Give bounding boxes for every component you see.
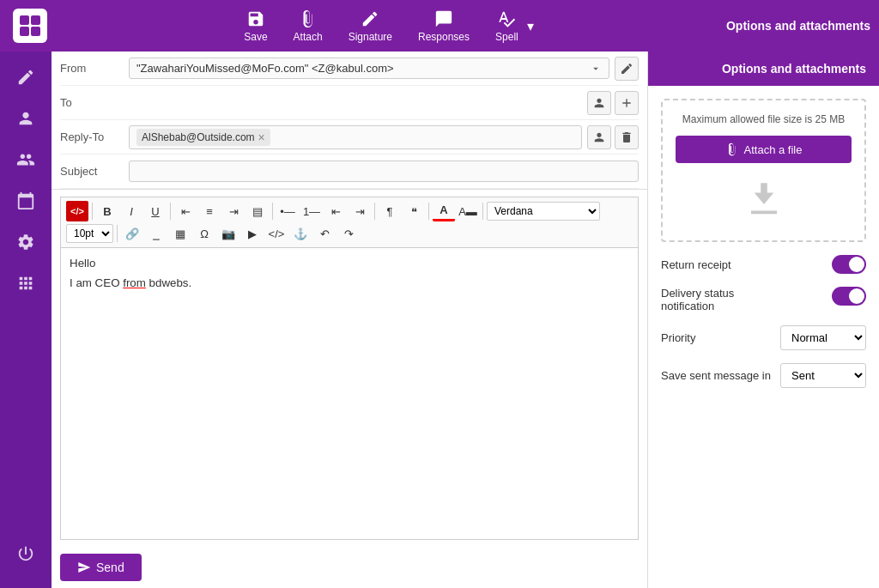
spell-button[interactable]: Spell: [495, 9, 518, 43]
editor-body[interactable]: Hello I am CEO from bdwebs.: [60, 247, 639, 540]
to-input[interactable]: [129, 96, 587, 109]
attach-button[interactable]: Attach: [294, 9, 323, 43]
save-sent-row: Save sent message in Sent Drafts Inbox: [661, 363, 866, 388]
para-btn[interactable]: ¶: [379, 201, 401, 221]
return-receipt-label: Return receipt: [661, 258, 832, 271]
source-btn[interactable]: </>: [66, 201, 88, 221]
from-row: From "ZawahariYouMissed@MoFo.com" <Z@kab…: [60, 52, 639, 86]
font-size-select[interactable]: 10pt 12pt 14pt: [66, 224, 113, 243]
from-value: "ZawahariYouMissed@MoFo.com" <Z@kabul.co…: [136, 62, 590, 75]
save-sent-label: Save sent message in: [661, 369, 780, 382]
to-row: To: [60, 86, 639, 120]
return-receipt-toggle[interactable]: [832, 255, 866, 274]
body-line2: I am CEO from bdwebs.: [70, 276, 629, 289]
form-fields: From "ZawahariYouMissed@MoFo.com" <Z@kab…: [52, 52, 647, 190]
code-btn[interactable]: </>: [265, 223, 288, 244]
media-btn[interactable]: ▶: [241, 223, 264, 244]
align-justify-btn[interactable]: ▤: [246, 201, 269, 221]
bold-btn[interactable]: B: [96, 201, 118, 221]
replyto-row: Reply-To AlShebab@Outside.com ×: [60, 120, 639, 155]
image-btn[interactable]: 📷: [217, 223, 239, 244]
svg-rect-0: [20, 15, 29, 25]
sep4: [374, 203, 375, 220]
sep1: [92, 203, 93, 220]
anchor-btn[interactable]: ⚓: [289, 223, 312, 244]
attach-file-button[interactable]: Attach a file: [676, 136, 852, 163]
sidebar-item-power[interactable]: [9, 536, 43, 571]
send-button[interactable]: Send: [60, 554, 142, 581]
to-addressbook-btn[interactable]: [587, 91, 611, 115]
sidebar-item-calendar[interactable]: [9, 184, 43, 218]
options-title: Options and attachments: [726, 19, 870, 33]
undo-btn[interactable]: ↶: [313, 223, 336, 244]
list-ul-btn[interactable]: •—: [276, 201, 299, 221]
sep7: [117, 225, 118, 242]
special-char-btn[interactable]: Ω: [193, 223, 215, 244]
replyto-delete-btn[interactable]: [615, 125, 639, 149]
right-panel-header: Options and attachments: [648, 52, 879, 86]
responses-button[interactable]: Responses: [418, 9, 470, 43]
download-icon: [738, 173, 790, 227]
align-left-btn[interactable]: ⇤: [174, 201, 197, 221]
from-edit-btn[interactable]: [615, 57, 639, 81]
sep3: [272, 203, 273, 220]
sidebar-item-contacts[interactable]: [9, 101, 43, 136]
outdent-btn[interactable]: ⇤: [324, 201, 347, 221]
sidebar-item-grid[interactable]: [9, 266, 43, 300]
toolbar-actions: Save Attach Signature Responses Spell ▾: [52, 9, 726, 43]
svg-rect-2: [20, 27, 29, 36]
svg-rect-3: [31, 27, 40, 36]
blockquote-btn[interactable]: ❝: [403, 201, 425, 221]
sep5: [428, 203, 429, 220]
subject-row: Subject: [60, 155, 639, 189]
align-right-btn[interactable]: ⇥: [222, 201, 245, 221]
replyto-remove-btn[interactable]: ×: [258, 130, 265, 144]
to-add-btn[interactable]: [615, 91, 639, 115]
delivery-label: Delivery status notification: [661, 287, 832, 312]
to-label: To: [60, 96, 129, 109]
indent-btn[interactable]: ⇥: [349, 201, 371, 221]
sep6: [482, 203, 483, 220]
priority-label: Priority: [661, 331, 780, 344]
logo-area: [9, 9, 52, 43]
sidebar-item-people[interactable]: [9, 142, 43, 177]
sidebar-item-settings[interactable]: [9, 225, 43, 259]
priority-select[interactable]: Normal High Low: [780, 325, 866, 350]
delivery-status-toggle[interactable]: [832, 287, 866, 306]
replyto-addressbook-btn[interactable]: [587, 125, 611, 149]
unlink-btn[interactable]: ⎯: [145, 223, 167, 244]
editor-toolbar: </> B I U ⇤ ≡ ⇥ ▤ •— 1— ⇤ ⇥ ¶ ❝ A A▬ Ver…: [60, 197, 639, 247]
right-panel: Options and attachments Maximum allowed …: [647, 52, 879, 588]
bg-color-btn[interactable]: A▬: [457, 201, 479, 221]
font-family-select[interactable]: Verdana Arial Times New Roman: [487, 202, 600, 221]
left-sidebar: [0, 52, 52, 588]
replyto-chip: AlShebab@Outside.com ×: [136, 129, 270, 146]
replyto-input[interactable]: [276, 130, 574, 143]
sidebar-item-compose[interactable]: [9, 60, 43, 94]
body-line1: Hello: [70, 257, 629, 270]
send-bar: Send: [52, 547, 647, 588]
more-button[interactable]: ▾: [527, 18, 534, 34]
sep2: [170, 203, 171, 220]
save-button[interactable]: Save: [244, 9, 267, 43]
font-color-btn[interactable]: A: [433, 201, 455, 221]
file-upload-area: Maximum allowed file size is 25 MB Attac…: [661, 99, 866, 242]
table-btn[interactable]: ▦: [169, 223, 191, 244]
delivery-status-row: Delivery status notification: [661, 287, 866, 312]
from-label: From: [60, 62, 129, 75]
underline-btn[interactable]: U: [144, 201, 167, 221]
align-center-btn[interactable]: ≡: [198, 201, 221, 221]
compose-area: From "ZawahariYouMissed@MoFo.com" <Z@kab…: [52, 52, 647, 588]
svg-rect-1: [31, 15, 40, 25]
save-location-select[interactable]: Sent Drafts Inbox: [780, 363, 866, 388]
return-receipt-row: Return receipt: [661, 255, 866, 274]
link-btn[interactable]: 🔗: [121, 223, 143, 244]
list-ol-btn[interactable]: 1—: [300, 201, 323, 221]
app-logo: [13, 9, 47, 43]
from-select-wrap[interactable]: "ZawahariYouMissed@MoFo.com" <Z@kabul.co…: [129, 58, 609, 79]
subject-input[interactable]: [129, 161, 639, 182]
signature-button[interactable]: Signature: [349, 9, 392, 43]
redo-btn[interactable]: ↷: [337, 223, 360, 244]
italic-btn[interactable]: I: [120, 201, 142, 221]
right-panel-body: Maximum allowed file size is 25 MB Attac…: [648, 86, 879, 401]
